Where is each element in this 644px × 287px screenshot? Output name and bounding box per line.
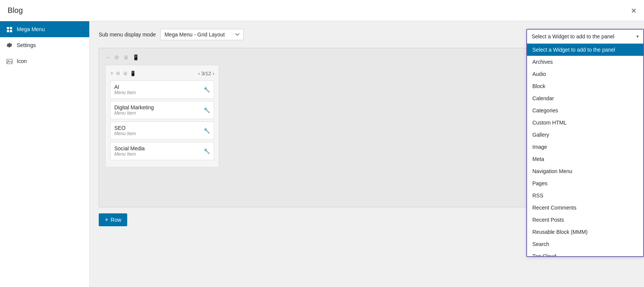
widget-option[interactable]: Meta bbox=[527, 153, 643, 165]
svg-point-5 bbox=[8, 60, 9, 61]
menu-item-name: SEO bbox=[114, 125, 136, 131]
widget-option[interactable]: Select a Widget to add to the panel bbox=[527, 44, 643, 56]
chevron-down-icon: ▾ bbox=[636, 34, 639, 39]
widget-option[interactable]: Archives bbox=[527, 56, 643, 68]
sidebar-item-icon[interactable]: Icon bbox=[0, 53, 89, 69]
widget-option[interactable]: Block bbox=[527, 80, 643, 92]
wrench-icon[interactable]: 🔧 bbox=[204, 87, 210, 93]
menu-item-type: Menu Item bbox=[114, 151, 145, 157]
menu-item-name: Digital Marketing bbox=[114, 104, 154, 110]
menu-item-row: Social Media Menu Item 🔧 bbox=[110, 142, 214, 160]
sidebar-item-mega-menu[interactable]: Mega Menu bbox=[0, 21, 89, 37]
sidebar: Mega Menu Settings Icon bbox=[0, 21, 90, 287]
widget-option[interactable]: Categories bbox=[527, 104, 643, 117]
column-tools: + ⚙ 🖥 📱 bbox=[110, 70, 136, 77]
widget-option[interactable]: RSS bbox=[527, 189, 643, 202]
widget-option[interactable]: Gallery bbox=[527, 129, 643, 141]
menu-item-name: Social Media bbox=[114, 145, 145, 151]
top-bar: Blog × bbox=[0, 0, 644, 21]
menu-item-type: Menu Item bbox=[114, 110, 154, 116]
widget-select-trigger[interactable]: Select a Widget to add to the panel ▾ bbox=[527, 30, 643, 44]
widget-trigger-label: Select a Widget to add to the panel bbox=[532, 33, 614, 39]
menu-item-info: AI Menu Item bbox=[114, 84, 136, 95]
menu-item-info: Social Media Menu Item bbox=[114, 145, 145, 157]
main-layout: Mega Menu Settings Icon bbox=[0, 21, 644, 287]
col-mobile-icon[interactable]: 📱 bbox=[130, 71, 136, 76]
pagination-label: 3/12 bbox=[201, 71, 211, 76]
widget-panel: Select a Widget to add to the panel ▾ Se… bbox=[526, 29, 644, 257]
sidebar-item-settings[interactable]: Settings bbox=[0, 37, 89, 53]
widget-option[interactable]: Recent Comments bbox=[527, 202, 643, 214]
settings-icon[interactable]: ⚙ bbox=[114, 54, 120, 60]
page-title: Blog bbox=[8, 6, 23, 15]
next-page-btn[interactable]: › bbox=[213, 71, 214, 76]
col-settings-icon[interactable]: ⚙ bbox=[116, 71, 120, 76]
close-button[interactable]: × bbox=[631, 6, 636, 15]
wrench-icon[interactable]: 🔧 bbox=[204, 128, 210, 134]
menu-item-info: Digital Marketing Menu Item bbox=[114, 104, 154, 116]
submenu-display-mode-select[interactable]: Mega Menu - Grid Layout Flyout Menu Stan… bbox=[160, 29, 244, 40]
svg-rect-1 bbox=[10, 27, 12, 29]
column-header: + ⚙ 🖥 📱 ‹ 3/12 › bbox=[110, 70, 214, 77]
sidebar-item-settings-label: Settings bbox=[17, 42, 36, 48]
widget-option[interactable]: Recent Posts bbox=[527, 214, 643, 226]
widget-dropdown-list: Select a Widget to add to the panelArchi… bbox=[527, 44, 643, 256]
widget-option[interactable]: Custom HTML bbox=[527, 117, 643, 129]
widget-option[interactable]: Search bbox=[527, 238, 643, 250]
widget-option[interactable]: Image bbox=[527, 141, 643, 153]
grid-icon bbox=[6, 26, 13, 33]
widget-option[interactable]: Tag Cloud bbox=[527, 250, 643, 256]
widget-option[interactable]: Reusable Block (MMM) bbox=[527, 226, 643, 238]
move-icon[interactable]: ↔ bbox=[105, 54, 111, 60]
add-row-button[interactable]: + Row bbox=[99, 213, 127, 226]
mobile-icon[interactable]: 📱 bbox=[133, 54, 139, 60]
column-box: + ⚙ 🖥 📱 ‹ 3/12 › AI Menu Item bbox=[105, 65, 219, 167]
widget-option[interactable]: Audio bbox=[527, 68, 643, 80]
wrench-icon[interactable]: 🔧 bbox=[204, 148, 210, 154]
menu-items-list: AI Menu Item 🔧 Digital Marketing Menu It… bbox=[110, 80, 214, 160]
col-desktop-icon[interactable]: 🖥 bbox=[123, 71, 128, 76]
submenu-display-mode-label: Sub menu display mode bbox=[99, 32, 156, 38]
svg-rect-4 bbox=[7, 59, 12, 64]
svg-rect-2 bbox=[7, 30, 9, 32]
add-row-icon: + bbox=[105, 216, 108, 223]
column-pagination: ‹ 3/12 › bbox=[198, 71, 214, 76]
menu-item-name: AI bbox=[114, 84, 136, 90]
add-icon[interactable]: + bbox=[110, 70, 114, 77]
gear-icon bbox=[6, 42, 13, 49]
svg-rect-3 bbox=[10, 30, 12, 32]
menu-item-info: SEO Menu Item bbox=[114, 125, 136, 136]
desktop-icon[interactable]: 🖥 bbox=[123, 54, 129, 60]
add-row-label: Row bbox=[110, 217, 121, 223]
widget-option[interactable]: Calendar bbox=[527, 92, 643, 104]
content-area: Sub menu display mode Mega Menu - Grid L… bbox=[90, 21, 644, 287]
menu-item-type: Menu Item bbox=[114, 90, 136, 95]
sidebar-item-icon-label: Icon bbox=[17, 58, 27, 64]
wrench-icon[interactable]: 🔧 bbox=[204, 107, 210, 113]
widget-option[interactable]: Pages bbox=[527, 177, 643, 189]
sidebar-item-mega-menu-label: Mega Menu bbox=[17, 26, 45, 32]
menu-item-type: Menu Item bbox=[114, 131, 136, 136]
menu-item-row: Digital Marketing Menu Item 🔧 bbox=[110, 101, 214, 119]
prev-page-btn[interactable]: ‹ bbox=[198, 71, 200, 76]
image-icon bbox=[6, 58, 13, 65]
widget-option[interactable]: Navigation Menu bbox=[527, 165, 643, 177]
menu-item-row: AI Menu Item 🔧 bbox=[110, 80, 214, 99]
menu-item-row: SEO Menu Item 🔧 bbox=[110, 121, 214, 140]
svg-rect-0 bbox=[7, 27, 9, 29]
